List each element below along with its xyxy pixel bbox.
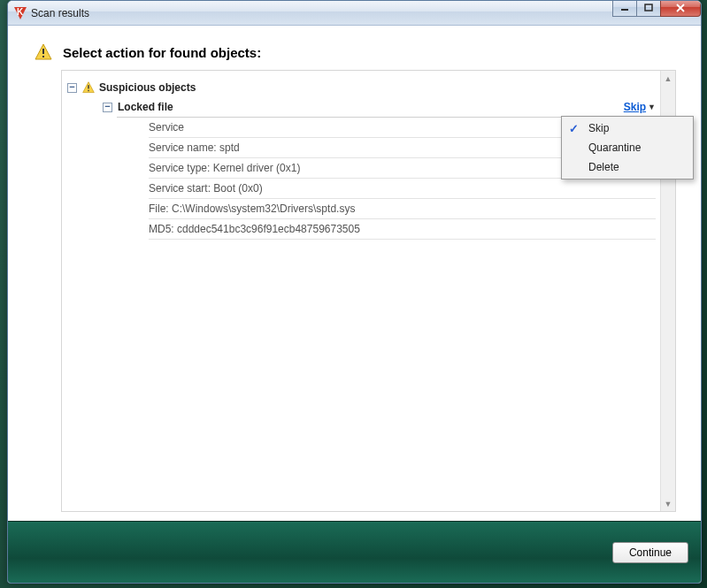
group-label: Suspicious objects: [99, 81, 196, 94]
menu-item-quarantine[interactable]: Quarantine: [564, 138, 691, 157]
svg-rect-9: [88, 90, 88, 91]
action-link-skip[interactable]: Skip: [624, 101, 646, 113]
warning-icon: [35, 43, 52, 61]
minimize-button[interactable]: [612, 0, 637, 17]
menu-item-skip[interactable]: ✓Skip: [564, 118, 691, 138]
page-heading: Select action for found objects:: [63, 45, 261, 60]
window-title: Scan results: [31, 7, 89, 19]
detail-row: Service start: Boot (0x0): [149, 179, 656, 199]
content-header: Select action for found objects:: [8, 26, 701, 70]
checkmark-icon: ✓: [569, 122, 579, 135]
warning-icon: [82, 81, 95, 94]
menu-item-delete[interactable]: Delete: [564, 157, 691, 177]
dropdown-arrow-icon[interactable]: ▼: [648, 103, 656, 111]
item-label: Locked file: [118, 101, 624, 113]
svg-rect-3: [645, 4, 652, 11]
scroll-up-button[interactable]: ▲: [661, 71, 675, 86]
collapse-toggle[interactable]: −: [103, 103, 112, 112]
collapse-toggle[interactable]: −: [67, 83, 77, 93]
detail-row: File: C:\Windows\system32\Drivers\sptd.s…: [149, 199, 656, 219]
titlebar[interactable]: K Scan results: [8, 1, 701, 26]
svg-rect-8: [88, 85, 88, 88]
menu-item-label: Skip: [588, 122, 609, 134]
svg-text:K: K: [17, 7, 24, 17]
maximize-button[interactable]: [636, 0, 661, 17]
detail-row: MD5: cdddec541bc3c96f91ecb48759673505: [149, 219, 656, 240]
svg-rect-2: [621, 9, 628, 11]
menu-item-label: Quarantine: [588, 141, 641, 154]
footer: Continue: [8, 521, 701, 583]
svg-rect-5: [42, 49, 44, 54]
svg-rect-6: [42, 56, 44, 57]
menu-item-label: Delete: [588, 161, 619, 173]
continue-button[interactable]: Continue: [612, 542, 688, 563]
window-controls: [613, 0, 701, 17]
scroll-down-button[interactable]: ▼: [661, 496, 675, 511]
group-suspicious-objects[interactable]: − Suspicious objects: [67, 80, 656, 95]
scan-results-window: K Scan results Select action for found o…: [7, 0, 702, 584]
app-icon: K: [13, 6, 27, 20]
action-context-menu: ✓SkipQuarantineDelete: [561, 116, 694, 179]
item-locked-file[interactable]: − Locked file Skip ▼: [103, 101, 656, 113]
close-button[interactable]: [660, 0, 701, 17]
